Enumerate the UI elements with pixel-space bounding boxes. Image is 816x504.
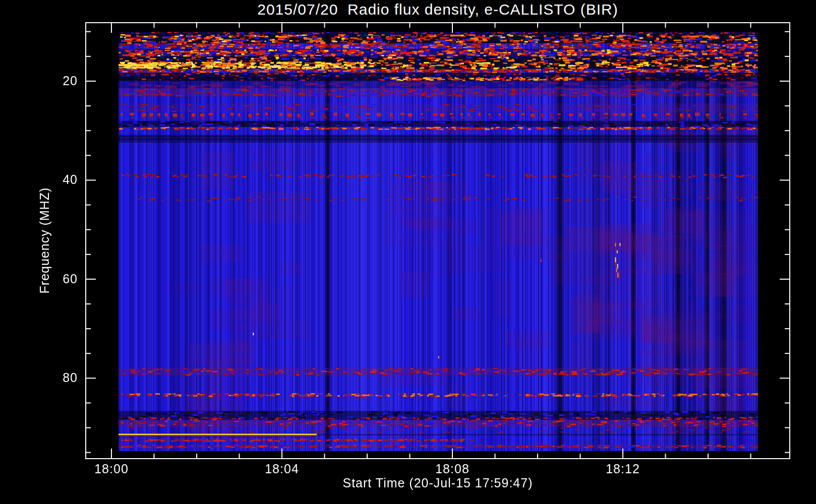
y-tick-label-60: 60	[47, 272, 78, 286]
y-tick-label-40: 40	[47, 172, 78, 187]
x-tick-label-1808: 18:08	[435, 462, 470, 476]
y-tick-label-20: 20	[47, 74, 78, 88]
x-tick-label-1804: 18:04	[265, 462, 299, 476]
x-tick-label-1812: 18:12	[606, 462, 640, 476]
y-axis-title: Frequency (MHZ)	[37, 187, 52, 294]
axes-frame	[0, 0, 816, 504]
y-tick-label-80: 80	[47, 370, 78, 385]
spectrogram-window: 2015/07/20 Radio flux density, e-CALLIST…	[0, 0, 816, 504]
x-axis-title: Start Time (20-Jul-15 17:59:47)	[343, 476, 533, 490]
x-tick-label-1800: 18:00	[94, 462, 129, 476]
